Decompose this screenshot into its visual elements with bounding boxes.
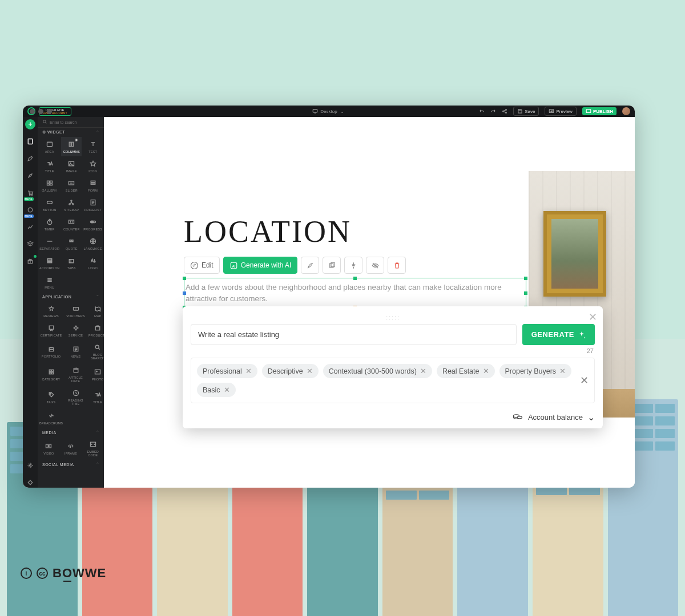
widget-columns[interactable]: 0COLUMNS bbox=[61, 137, 82, 156]
undo-icon[interactable] bbox=[479, 108, 485, 114]
publish-button[interactable]: PUBLISH bbox=[582, 107, 616, 115]
widget-slider[interactable]: SLIDER bbox=[61, 176, 82, 195]
selection-handle[interactable] bbox=[183, 277, 186, 280]
widget-vouchers[interactable]: VOUCHERS bbox=[65, 301, 87, 321]
selection-handle[interactable] bbox=[524, 277, 527, 280]
widget-products[interactable]: PRODUCTS bbox=[87, 321, 104, 340]
tag-property-buyers[interactable]: Property Buyers✕ bbox=[499, 364, 572, 378]
widget-gallery[interactable]: GALLERY bbox=[38, 176, 61, 195]
section-social[interactable]: SOCIAL MEDIA⌃ bbox=[38, 460, 104, 469]
widget-quote[interactable]: QUOTE bbox=[61, 234, 82, 253]
clear-tags-button[interactable]: ✕ bbox=[580, 374, 589, 387]
share-icon[interactable] bbox=[502, 108, 507, 114]
tag-professional[interactable]: Professional✕ bbox=[197, 364, 257, 378]
selection-handle[interactable] bbox=[183, 291, 186, 295]
rail-analytics-icon[interactable] bbox=[25, 222, 35, 232]
widget-icon[interactable]: ICON bbox=[82, 156, 104, 176]
widget-title[interactable]: TITLE bbox=[38, 156, 61, 176]
add-button[interactable]: + bbox=[25, 119, 35, 129]
widget-sitemap[interactable]: SITEMAP bbox=[61, 195, 82, 214]
widget-service[interactable]: SERVICE bbox=[65, 321, 87, 340]
canvas[interactable]: LOCATION Edit AI Generate with AI Add a … bbox=[104, 117, 635, 488]
generate-ai-button[interactable]: AI Generate with AI bbox=[223, 257, 298, 274]
widget-reading-time[interactable]: READING TIME bbox=[65, 386, 87, 408]
rail-layers-icon[interactable] bbox=[25, 239, 35, 249]
tag-remove-icon[interactable]: ✕ bbox=[420, 367, 426, 375]
widget-iframe[interactable]: IFRAME bbox=[60, 437, 82, 460]
widget-timer[interactable]: TIMER bbox=[38, 214, 61, 234]
widget-blog-search[interactable]: BLOG SEARCH bbox=[87, 340, 104, 363]
tag-remove-icon[interactable]: ✕ bbox=[559, 367, 566, 375]
save-button[interactable]: Save bbox=[513, 107, 539, 116]
tag-remove-icon[interactable]: ✕ bbox=[224, 386, 230, 394]
widget-form[interactable]: FORM bbox=[82, 176, 104, 195]
eye-off-icon bbox=[371, 261, 380, 270]
ai-prompt-input[interactable] bbox=[191, 324, 517, 345]
rail-settings-icon[interactable] bbox=[25, 460, 35, 471]
rail-edit-icon[interactable] bbox=[25, 153, 35, 164]
widget-menu[interactable]: MENU bbox=[38, 273, 61, 292]
generate-button[interactable]: GENERATE bbox=[522, 324, 595, 345]
widget-pricelist[interactable]: PRICELIST bbox=[82, 195, 104, 214]
delete-button[interactable] bbox=[388, 257, 406, 274]
edit-button[interactable]: Edit bbox=[184, 257, 220, 274]
page-heading[interactable]: LOCATION bbox=[184, 214, 352, 249]
rail-store-icon[interactable]: BETA bbox=[25, 188, 35, 198]
widget-area[interactable]: AREA bbox=[38, 137, 61, 156]
tag-contextual-300-500-words-[interactable]: Contextual (300-500 words)✕ bbox=[323, 364, 432, 378]
widget-text[interactable]: TEXT bbox=[82, 137, 104, 156]
widget-title[interactable]: TITLE bbox=[87, 386, 104, 408]
widget-reviews[interactable]: REVIEWS bbox=[38, 301, 65, 321]
widget-category[interactable]: CATEGORY bbox=[38, 363, 65, 386]
rail-help-icon[interactable] bbox=[25, 477, 35, 488]
widget-image[interactable]: IMAGE bbox=[61, 156, 82, 176]
rail-pages-icon[interactable] bbox=[25, 136, 35, 147]
widget-map[interactable]: MAP bbox=[87, 301, 104, 321]
copy-button[interactable] bbox=[323, 257, 341, 274]
redo-icon[interactable] bbox=[490, 108, 496, 114]
widget-logo[interactable]: LOGO bbox=[82, 253, 104, 273]
tag-descriptive[interactable]: Descriptive✕ bbox=[262, 364, 319, 378]
widget-accordion[interactable]: ACCORDION bbox=[38, 253, 61, 273]
widget-video[interactable]: VIDEO bbox=[38, 437, 60, 460]
tag-basic[interactable]: Basic✕ bbox=[197, 383, 236, 397]
text-block-selected[interactable]: Add a few words about the neighborhood a… bbox=[184, 278, 526, 308]
tag-remove-icon[interactable]: ✕ bbox=[245, 367, 252, 375]
widget-article-date[interactable]: ARTICLE DATE bbox=[65, 363, 87, 386]
section-application[interactable]: APPLICATION⌃ bbox=[38, 292, 104, 301]
tag-remove-icon[interactable]: ✕ bbox=[307, 367, 313, 375]
widget-photo[interactable]: PHOTO bbox=[87, 363, 104, 386]
rail-styles-icon[interactable] bbox=[25, 171, 35, 181]
widget-certificate[interactable]: CERTIFICATE bbox=[38, 321, 65, 340]
widget-counter[interactable]: COUNTER bbox=[61, 214, 82, 234]
widget-button[interactable]: BUTTON bbox=[38, 195, 61, 214]
section-media[interactable]: MEDIA⌃ bbox=[38, 428, 104, 437]
tag-remove-icon[interactable]: ✕ bbox=[483, 367, 489, 375]
widget-news[interactable]: NEWS bbox=[65, 340, 87, 363]
section-widget[interactable]: ⚙ WIDGET⌃ bbox=[38, 128, 104, 137]
rail-crm-icon[interactable]: BETA bbox=[25, 205, 35, 215]
device-selector[interactable]: Desktop bbox=[320, 109, 337, 114]
window-controls[interactable] bbox=[30, 106, 52, 119]
search-input[interactable] bbox=[50, 120, 100, 124]
selection-handle[interactable] bbox=[353, 277, 357, 280]
drag-handle[interactable]: ꞉꞉꞉꞉꞉ bbox=[191, 314, 595, 321]
rail-gift-icon[interactable] bbox=[25, 256, 35, 266]
close-panel-button[interactable]: ✕ bbox=[589, 311, 597, 323]
widget-portfolio[interactable]: PORTFOLIO bbox=[38, 340, 65, 363]
preview-button[interactable]: Preview bbox=[545, 107, 576, 116]
widget-progress[interactable]: PROGRESS bbox=[82, 214, 104, 234]
tag-real-estate[interactable]: Real Estate✕ bbox=[437, 364, 495, 378]
ai-panel-footer[interactable]: Account balance ⌄ bbox=[191, 411, 595, 423]
widget-tags[interactable]: TAGS bbox=[38, 386, 65, 408]
pin-button[interactable] bbox=[344, 257, 362, 274]
selection-handle[interactable] bbox=[524, 291, 527, 295]
widget-language[interactable]: LANGUAGE bbox=[82, 234, 104, 253]
style-button[interactable] bbox=[301, 257, 319, 274]
widget-separator[interactable]: SEPARATOR bbox=[38, 234, 61, 253]
hide-button[interactable] bbox=[366, 257, 384, 274]
widget-tabs[interactable]: TABS bbox=[61, 253, 82, 273]
widget-breadcrumb[interactable]: BREADCRUMB bbox=[38, 408, 65, 428]
widget-embed-code[interactable]: EMBED CODE bbox=[82, 437, 104, 460]
user-avatar[interactable] bbox=[622, 107, 630, 115]
